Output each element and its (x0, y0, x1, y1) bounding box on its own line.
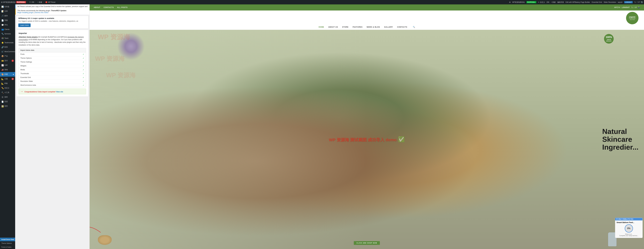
smash-balloon-desc: Complete your setup and incr... (616, 235, 641, 236)
row-theme-options-label: Theme Options (20, 57, 83, 59)
sidebar-item-appearance[interactable]: 🎨 外观 ◀ (0, 72, 15, 77)
hero-bowl2-decoration (112, 238, 123, 246)
smash-balloon-progress: 0% (625, 224, 633, 232)
sidebar-item-customize[interactable]: ✏️ 自定义 (0, 86, 15, 90)
learn-more-button[interactable]: Learn more (18, 24, 30, 27)
wpbakery-link[interactable]: Edit with WPBakery Page Builder (566, 1, 590, 3)
sidebar-item-posts[interactable]: 📝 文章 (0, 9, 15, 14)
site-pinterest-icon[interactable]: 𝐏 (636, 6, 636, 9)
twitter-icon[interactable]: 𝕏 (634, 1, 636, 3)
nav-contacts-link[interactable]: CONTACTS (104, 7, 114, 9)
main-nav-gallery[interactable]: GALLERY (384, 26, 393, 28)
table-row: WooCommerce meta ✓ (19, 83, 86, 87)
site-social-icons: 𝕏 f 𝐏 📷 (631, 6, 640, 9)
instagram-icon[interactable]: 📷 (641, 1, 643, 3)
site-main-nav: HOME ABOUT US STORE FEATURES NEWS & BLOG… (90, 24, 644, 30)
row-posts-status: ✓ (83, 53, 84, 55)
wp-logo-icon: ⊞ (1, 1, 2, 3)
sidebar-item-comments[interactable]: 💬 评论 (0, 23, 15, 27)
facebook-icon[interactable]: f (637, 1, 638, 3)
sidebar-item-menus[interactable]: ☰ 菜单 (0, 95, 15, 99)
sidebar-item-dashboard[interactable]: 📊 仪表盘 (0, 5, 15, 9)
hero-title-line3: Ingredier... (602, 143, 638, 151)
main-nav-contacts[interactable]: CONTACTS (397, 26, 407, 28)
dismiss-link[interactable]: Dismiss this notice (35, 12, 48, 14)
wpbakery-title: WPBakery 8.0: A major update is availabl… (18, 17, 86, 19)
import-complete-message: → Congratulations! Data import complete!… (18, 89, 86, 94)
hero-title-line1: Natural (602, 128, 638, 135)
begin-install-link[interactable]: Begin installing plugin (17, 12, 33, 14)
sidebar-item-woocommerce[interactable]: 🛒 WooCommerce (0, 49, 15, 54)
red-arrow-icon: → (20, 90, 23, 93)
view-site-link[interactable]: View site (56, 91, 63, 93)
sidebar-item-services[interactable]: 🔧 Services (0, 32, 15, 36)
search-icon[interactable]: 🔍 (413, 26, 415, 28)
appearance-icon: 🎨 (2, 73, 4, 76)
edit-page-link[interactable]: 编辑页面 (557, 1, 564, 4)
site-facebook-icon[interactable]: f (634, 6, 634, 9)
row-media-label: Media (20, 69, 83, 71)
customize-link[interactable]: ✏ 自定义 (538, 1, 545, 4)
click-shop-button[interactable]: CLICK AND SHOP NOW (354, 241, 380, 245)
essential-grid-link[interactable]: Essential Grid (592, 1, 602, 3)
hero-background (90, 30, 644, 249)
row-widgets-status: ✓ (83, 65, 84, 67)
pinterest-icon[interactable]: 𝐏 (638, 1, 640, 3)
sidebar-item-contacts[interactable]: 🔗 联系 (0, 45, 15, 49)
main-nav-features[interactable]: FEATURES (352, 26, 362, 28)
wp-reset-label[interactable]: WP Reset (48, 1, 56, 3)
sidebar-item-page-layers[interactable]: 📑 页层 (0, 99, 15, 104)
comment-count[interactable]: 206 (32, 1, 34, 3)
new-item-btn[interactable]: + 新建 (38, 1, 42, 4)
comment-icon: 🗨 (29, 1, 31, 3)
sidebar-item-products[interactable]: 📦 产品 (0, 54, 15, 58)
marketing-icon: 📣 (2, 69, 4, 71)
sidebar-item-templates[interactable]: 📐 样板 (0, 81, 15, 86)
wp-site-name-right[interactable]: WP资源海测试站 (512, 1, 525, 4)
row-posts-label: Posts (20, 53, 83, 55)
sidebar-item-pages[interactable]: 📄 页面 (0, 18, 15, 23)
main-nav-blog[interactable]: NEWS & BLOG (367, 26, 380, 28)
sidebar-item-widgets[interactable]: 🔨 小工具 (0, 90, 15, 95)
sidebar-item-team[interactable]: 👫 Team (0, 36, 15, 41)
table-row: Posts ✓ (19, 53, 86, 56)
smash-balloon-widget: 👁 ONLY VISIBLE TO YOU Smash Balloon Feed… (615, 218, 642, 238)
site-instagram-icon[interactable]: 📷 (638, 6, 640, 9)
logout-button[interactable]: LOGOUT (624, 1, 633, 3)
sidebar-item-clients[interactable]: 👥 Clients (0, 27, 15, 32)
contacts-icon: 🔗 (2, 46, 4, 48)
nav-all-posts-link[interactable]: ALL POSTS (117, 7, 128, 9)
tag-badge-right[interactable]: 商店即将推出 (526, 1, 536, 3)
site-twitter-icon[interactable]: 𝕏 (631, 6, 633, 9)
table-header: Import demo data (19, 48, 86, 53)
nav-logout-link[interactable]: LOGOUT (622, 7, 630, 9)
clients-icon: 👥 (2, 28, 4, 31)
page-layers-icon: 📑 (2, 101, 4, 103)
main-nav-store[interactable]: STORE (342, 26, 348, 28)
sidebar-item-payment[interactable]: 💳 支付 1 (0, 58, 15, 63)
eye-icon: 👁 (616, 218, 618, 220)
wp-user-label: wpzyh (618, 1, 622, 3)
importer-warning: Attention! Some plugins (for example Bud… (18, 36, 86, 46)
sidebar-item-analytics[interactable]: 📈 分析 (0, 63, 15, 68)
table-row: Thumbnails ✓ (19, 72, 86, 76)
table-row: Media ✓ (19, 68, 86, 72)
sidebar-item-themes[interactable]: 📐 主题 18 (0, 77, 15, 81)
main-nav-home[interactable]: HOME (318, 26, 324, 28)
sidebar-item-media[interactable]: 🎵 媒体 (0, 14, 15, 18)
background-icon: 🖼️ (2, 105, 4, 107)
natural-badge: 100% natural elements (604, 34, 614, 44)
fonts-colors-link[interactable]: Fonts & Colors (0, 245, 15, 249)
sidebar-item-testimonials[interactable]: ⭐ Testimonials (0, 41, 15, 45)
slider-rev-link[interactable]: Slider Revolution (604, 1, 616, 3)
site-name-label[interactable]: WP资源海测试站 (3, 1, 16, 4)
tag-badge[interactable]: 商店即将推出 (16, 1, 26, 3)
sidebar-item-background[interactable]: 🖼️ 背景 (0, 104, 15, 109)
install-demo-data-link[interactable]: Install Demo Data (0, 238, 15, 241)
new-right[interactable]: + 新建 (551, 1, 556, 4)
main-nav-about[interactable]: ABOUT US (328, 26, 338, 28)
theme-options-link[interactable]: Theme Options (0, 241, 15, 245)
row-woocommerce-meta-label: WooCommerce meta (20, 84, 83, 86)
sidebar-item-marketing[interactable]: 📣 营销 (0, 68, 15, 72)
nav-about-link[interactable]: ABOUT (94, 7, 100, 9)
